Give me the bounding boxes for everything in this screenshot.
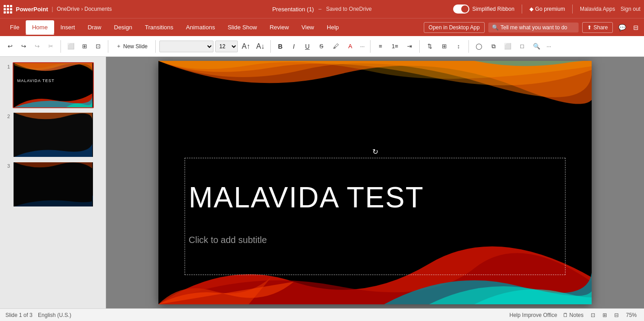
menu-tab-slideshow[interactable]: Slide Show [221, 20, 263, 34]
slide-item-1[interactable]: 1 MALAVIDA TEST [0, 60, 106, 110]
share-icon: ⬆ [587, 24, 592, 31]
menu-tab-design[interactable]: Design [108, 20, 139, 34]
search-placeholder: Tell me what you want to do [500, 24, 567, 31]
new-slide-button[interactable]: ＋ New Slide [112, 40, 152, 52]
shapes-button[interactable]: ◯ [473, 40, 485, 53]
font-shrink-button[interactable]: A↓ [254, 40, 267, 53]
slide-info: Slide 1 of 3 [5, 312, 32, 318]
comment-icon[interactable]: 💬 [616, 22, 628, 33]
columns-button[interactable]: ⊞ [438, 40, 450, 53]
redo2-button[interactable]: ↪ [31, 40, 43, 53]
bold-button[interactable]: B [274, 41, 286, 52]
search-box[interactable]: 🔍 Tell me what you want to do [488, 23, 579, 32]
slide-thumbnail-2[interactable] [13, 112, 94, 158]
slide-sorter-icon: ⊞ [602, 312, 607, 318]
slide-sorter-button[interactable]: ⊞ [601, 311, 609, 319]
reading-icon: ⊟ [614, 312, 619, 318]
zoom-button[interactable]: 🔍 [530, 40, 543, 53]
more-format-button[interactable]: ··· [358, 41, 366, 51]
sep2 [108, 40, 108, 53]
font-color-button[interactable]: A [344, 40, 357, 53]
font-size-select[interactable]: 12 [215, 41, 238, 52]
crop-icon-button[interactable]: ⊡ [92, 40, 104, 53]
numbering-button[interactable]: 1≡ [389, 40, 401, 53]
menu-tab-help[interactable]: Help [320, 20, 345, 34]
sign-out-link[interactable]: Sign out [621, 6, 640, 12]
sep7 [468, 40, 469, 53]
clipboard-group: ⬜ ⊞ ⊡ [65, 40, 104, 53]
rotate-handle[interactable]: ↻ [371, 147, 379, 155]
zoom-label: 75% [626, 312, 637, 318]
slide-thumbnail-1[interactable]: MALAVIDA TEST [13, 62, 94, 108]
separator2 [572, 5, 573, 14]
open-desktop-label: Open in Desktop App [429, 24, 480, 31]
toggle-switch[interactable] [453, 5, 469, 14]
strikethrough-button[interactable]: S [315, 40, 328, 53]
slide-number-2: 2 [4, 112, 10, 119]
sep3 [155, 40, 156, 53]
menu-tab-draw[interactable]: Draw [81, 20, 107, 34]
presentation-title: Presentation (1) [272, 6, 314, 13]
line-spacing-button[interactable]: ↕ [452, 40, 465, 53]
zoom-level[interactable]: 75% [624, 311, 639, 319]
open-desktop-button[interactable]: Open in Desktop App [424, 22, 485, 33]
sep1 [60, 40, 61, 53]
cut-button[interactable]: ✂ [44, 40, 57, 53]
malavida-apps-link[interactable]: Malavida Apps [580, 6, 615, 12]
notes-label: Notes [570, 312, 584, 318]
minimize-icon[interactable]: ⊟ [631, 22, 640, 33]
menu-tab-animations[interactable]: Animations [180, 20, 221, 34]
app-grid-icon[interactable] [4, 5, 12, 14]
notes-icon: 🗒 [563, 312, 568, 318]
underline-button[interactable]: U [301, 41, 313, 52]
more-tools-button[interactable]: ··· [545, 41, 553, 51]
menu-tab-insert[interactable]: Insert [54, 20, 82, 34]
title-bar: PowerPoint | OneDrive › Documents Presen… [0, 0, 644, 18]
sep6 [419, 40, 420, 53]
language-info: English (U.S.) [38, 312, 71, 318]
simplified-ribbon-label: Simplified Ribbon [472, 6, 514, 12]
svg-rect-2 [14, 162, 93, 206]
thumb1-title-text: MALAVIDA TEST [17, 78, 89, 83]
share-button[interactable]: ⬆ Share [582, 22, 613, 33]
arrange-button[interactable]: ⧉ [487, 40, 500, 53]
menu-tab-review[interactable]: Review [263, 20, 295, 34]
title-textbox[interactable]: ↻ MALAVIDA TEST Click to add subtitle [185, 158, 565, 275]
app-name: PowerPoint [16, 6, 48, 13]
reading-view-button[interactable]: ⊟ [612, 311, 621, 319]
indent-button[interactable]: ⇥ [403, 40, 416, 53]
menu-tab-transitions[interactable]: Transitions [139, 20, 180, 34]
text-direction-button[interactable]: ⇅ [423, 40, 436, 53]
menu-tab-view[interactable]: View [295, 20, 320, 34]
outline-button[interactable]: □ [516, 40, 528, 53]
menu-tab-home[interactable]: Home [26, 20, 54, 34]
slide-item-2[interactable]: 2 [0, 110, 106, 160]
italic-button[interactable]: I [288, 41, 300, 52]
slide-title-text: MALAVIDA TEST [189, 181, 561, 214]
normal-view-icon: ⊡ [591, 312, 595, 318]
fill-color-button[interactable]: ⬜ [501, 40, 514, 53]
menu-bar: File Home Insert Draw Design Transitions… [0, 18, 644, 36]
separator [522, 5, 522, 14]
redo-button[interactable]: ↪ [17, 40, 30, 53]
text-highlight-button[interactable]: 🖊 [329, 40, 342, 53]
normal-view-button[interactable]: ⊡ [589, 311, 597, 319]
simplified-ribbon-toggle[interactable]: Simplified Ribbon [453, 5, 514, 14]
slide-subtitle-text: Click to add subtitle [189, 235, 561, 245]
copy-icon-button[interactable]: ⬜ [65, 40, 77, 53]
main-content: 1 MALAVIDA TEST [0, 57, 644, 308]
share-label: Share [593, 24, 608, 31]
premium-button[interactable]: ◆ Go premium [529, 6, 565, 12]
help-improve-label: Help Improve Office [510, 312, 557, 318]
undo-button[interactable]: ↩ [4, 40, 16, 53]
slide-thumbnail-3[interactable] [13, 161, 94, 207]
slide-canvas-area[interactable]: ↻ MALAVIDA TEST Click to add subtitle [106, 57, 644, 308]
menu-tab-file[interactable]: File [4, 20, 26, 34]
bullets-button[interactable]: ≡ [374, 40, 387, 53]
sep4 [270, 40, 271, 53]
slide-item-3[interactable]: 3 [0, 160, 106, 209]
font-family-select[interactable] [159, 41, 213, 52]
font-grow-button[interactable]: A↑ [240, 40, 252, 53]
layout-icon-button[interactable]: ⊞ [78, 40, 91, 53]
notes-button[interactable]: 🗒 Notes [561, 311, 585, 319]
